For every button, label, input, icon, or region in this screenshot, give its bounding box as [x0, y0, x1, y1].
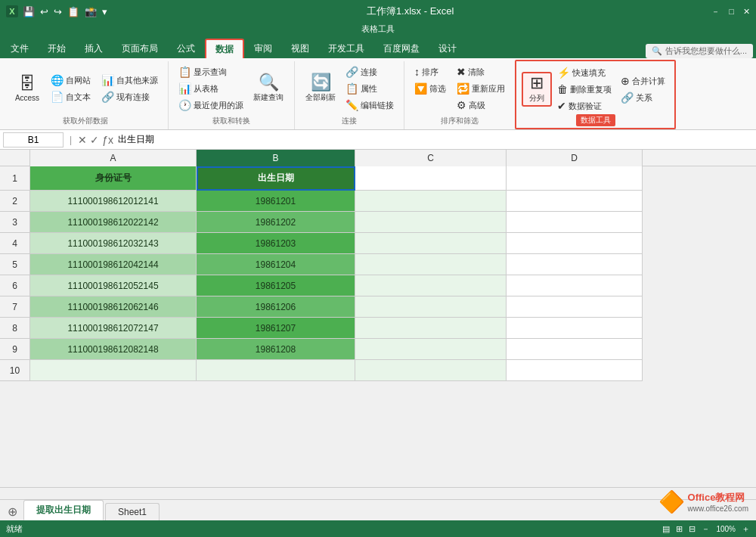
cell-b5[interactable]: 19861204 [197, 254, 355, 275]
cell-d2[interactable] [507, 191, 643, 212]
btn-from-table[interactable]: 📊从表格 [175, 81, 247, 96]
undo-qa-btn[interactable]: ↩ [39, 6, 50, 17]
tab-home[interactable]: 开始 [39, 39, 75, 58]
cell-c10[interactable] [355, 360, 507, 381]
formula-insert-icon[interactable]: ƒx [102, 134, 113, 146]
btn-merge-calc[interactable]: ⊕合并计算 [617, 73, 669, 88]
row-header-8[interactable]: 8 [0, 318, 30, 339]
btn-access[interactable]: 🗄 Access [9, 73, 45, 105]
cell-d10[interactable] [507, 360, 643, 381]
cell-d3[interactable] [507, 212, 643, 233]
row-header-9[interactable]: 9 [0, 339, 30, 360]
cell-a7[interactable]: 111000198612062146 [30, 296, 197, 318]
btn-flash-fill[interactable]: ⚡快速填充 [553, 65, 615, 80]
cell-d7[interactable] [507, 296, 643, 318]
row-header-10[interactable]: 10 [0, 360, 30, 381]
btn-other-sources[interactable]: 📊自其他来源 [98, 73, 162, 88]
btn-data-validate[interactable]: ✔数据验证 [553, 98, 615, 113]
dropdown-qa-btn[interactable]: ▾ [101, 6, 109, 17]
cell-b3[interactable]: 19861202 [197, 212, 355, 233]
horizontal-scrollbar[interactable] [0, 487, 756, 499]
cell-c4[interactable] [355, 233, 507, 254]
btn-recent-sources[interactable]: 🕐最近使用的源 [175, 98, 247, 113]
col-header-c[interactable]: C [355, 150, 507, 166]
row-header-3[interactable]: 3 [0, 212, 30, 233]
cell-b10[interactable] [197, 360, 355, 381]
btn-filter[interactable]: 🔽筛选 [411, 81, 450, 96]
btn-web[interactable]: 🌐自网站 [47, 73, 94, 88]
btn-advanced[interactable]: ⚙高级 [453, 98, 509, 113]
tab-review[interactable]: 审阅 [245, 39, 281, 58]
cell-c7[interactable] [355, 296, 507, 318]
cell-a8[interactable]: 111000198612072147 [30, 318, 197, 339]
tab-file[interactable]: 文件 [2, 39, 38, 58]
btn-edit-links[interactable]: ✏️编辑链接 [342, 98, 398, 113]
formula-input[interactable]: 出生日期 [116, 133, 753, 147]
tab-baidu[interactable]: 百度网盘 [374, 39, 429, 58]
cell-reference-input[interactable]: B1 [3, 132, 64, 147]
cell-d1[interactable] [507, 166, 643, 191]
btn-show-query[interactable]: 📋显示查询 [175, 64, 247, 79]
cell-d4[interactable] [507, 233, 643, 254]
tab-page-layout[interactable]: 页面布局 [113, 39, 167, 58]
cell-a10[interactable] [30, 360, 197, 381]
btn-reapply[interactable]: 🔁重新应用 [453, 81, 509, 96]
cell-d8[interactable] [507, 318, 643, 339]
clipboard-qa-btn[interactable]: 📋 [66, 6, 81, 17]
screenshot-qa-btn[interactable]: 📸 [83, 6, 98, 17]
btn-text[interactable]: 📄自文本 [47, 89, 94, 104]
col-header-d[interactable]: D [507, 150, 643, 166]
row-header-1[interactable]: 1 [0, 166, 30, 191]
zoom-out-btn[interactable]: － [702, 523, 710, 535]
cell-b6[interactable]: 19861205 [197, 275, 355, 296]
cell-d6[interactable] [507, 275, 643, 296]
view-pagebreak-icon[interactable]: ⊟ [689, 524, 696, 534]
btn-remove-dup[interactable]: 🗑删除重复项 [553, 82, 615, 97]
redo-qa-btn[interactable]: ↪ [52, 6, 64, 17]
tab-formulas[interactable]: 公式 [168, 39, 204, 58]
search-box[interactable]: 🔍 告诉我您想要做什么... [646, 44, 753, 58]
cell-b2[interactable]: 19861201 [197, 191, 355, 212]
btn-connections[interactable]: 🔗连接 [342, 64, 398, 79]
btn-existing-conn[interactable]: 🔗现有连接 [98, 89, 162, 104]
tab-developer[interactable]: 开发工具 [319, 39, 373, 58]
row-header-6[interactable]: 6 [0, 275, 30, 296]
col-header-a[interactable]: A [30, 150, 197, 166]
cell-c5[interactable] [355, 254, 507, 275]
cell-b4[interactable]: 19861203 [197, 233, 355, 254]
add-sheet-btn[interactable]: ⊕ [3, 503, 22, 520]
cell-c3[interactable] [355, 212, 507, 233]
btn-refresh-all[interactable]: 🔄 全部刷新 [301, 71, 340, 106]
btn-properties[interactable]: 📋属性 [342, 81, 398, 96]
cell-c8[interactable] [355, 318, 507, 339]
cell-d5[interactable] [507, 254, 643, 275]
save-qa-btn[interactable]: 💾 [21, 6, 36, 17]
formula-cancel-icon[interactable]: ✕ [78, 134, 87, 146]
tab-design[interactable]: 设计 [429, 39, 466, 58]
cell-a3[interactable]: 111000198612022142 [30, 212, 197, 233]
row-header-2[interactable]: 2 [0, 191, 30, 212]
cell-a1[interactable]: 身份证号 [30, 166, 197, 191]
cell-c6[interactable] [355, 275, 507, 296]
cell-a9[interactable]: 111000198612082148 [30, 339, 197, 360]
col-header-b[interactable]: B [197, 150, 355, 166]
btn-split-column[interactable]: ⊞ 分列 [522, 72, 552, 107]
view-normal-icon[interactable]: ▤ [662, 524, 670, 534]
formula-confirm-icon[interactable]: ✓ [90, 134, 99, 146]
cell-a4[interactable]: 111000198612032143 [30, 233, 197, 254]
cell-b9[interactable]: 19861208 [197, 339, 355, 360]
sheet-tab-0[interactable]: 提取出生日期 [23, 500, 104, 520]
cell-b8[interactable]: 19861207 [197, 318, 355, 339]
btn-new-query[interactable]: 🔍 新建查询 [249, 71, 288, 106]
cell-c2[interactable] [355, 191, 507, 212]
row-header-5[interactable]: 5 [0, 254, 30, 275]
btn-relation[interactable]: 🔗关系 [617, 90, 669, 105]
cell-a2[interactable]: 111000198612012141 [30, 191, 197, 212]
cell-c9[interactable] [355, 339, 507, 360]
cell-a5[interactable]: 111000198612042144 [30, 254, 197, 275]
tab-view[interactable]: 视图 [282, 39, 318, 58]
cell-b7[interactable]: 19861206 [197, 296, 355, 318]
zoom-in-btn[interactable]: ＋ [742, 523, 750, 535]
tab-insert[interactable]: 插入 [76, 39, 112, 58]
cell-a6[interactable]: 111000198612052145 [30, 275, 197, 296]
